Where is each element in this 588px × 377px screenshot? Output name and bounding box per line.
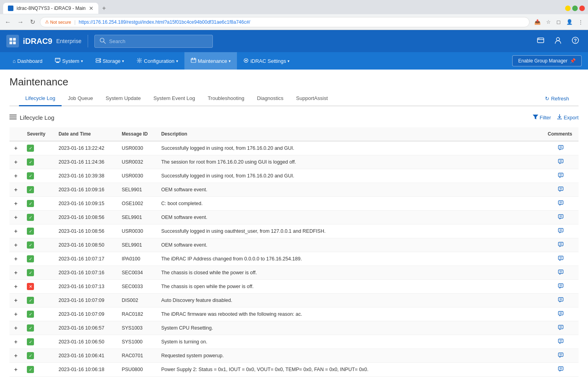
expand-button[interactable]: + — [14, 352, 17, 359]
description-cell: OEM software event. — [156, 211, 543, 224]
expand-button[interactable]: + — [14, 214, 17, 221]
tab-close-button[interactable]: ✕ — [89, 5, 94, 11]
comment-cell[interactable] — [543, 266, 579, 280]
comment-icon[interactable] — [558, 173, 564, 179]
comment-icon[interactable] — [558, 270, 564, 276]
active-tab[interactable]: idrac-8NQ7YS3 - iDRAC9 - Main ✕ — [3, 3, 98, 14]
expand-button[interactable]: + — [14, 200, 17, 207]
comment-icon[interactable] — [558, 201, 564, 207]
severity-ok-icon: ✓ — [27, 172, 34, 179]
search-input[interactable] — [109, 38, 188, 44]
expand-button[interactable]: + — [14, 242, 17, 248]
comment-cell[interactable] — [543, 294, 579, 307]
comment-cell[interactable] — [543, 183, 579, 197]
expand-button[interactable]: + — [14, 339, 17, 345]
tab-supportassist[interactable]: SupportAssist — [290, 91, 334, 106]
comment-cell[interactable] — [543, 238, 579, 252]
forward-button[interactable]: → — [16, 17, 25, 27]
nav-configuration[interactable]: Configuration ▾ — [130, 52, 184, 70]
description-cell: C: boot completed. — [156, 197, 543, 211]
comment-icon[interactable] — [558, 228, 564, 235]
close-button[interactable] — [579, 6, 585, 11]
expand-button[interactable]: + — [14, 311, 17, 317]
expand-button[interactable]: + — [14, 173, 17, 179]
expand-button[interactable]: + — [14, 366, 17, 373]
comment-cell[interactable] — [543, 363, 579, 377]
expand-button[interactable]: + — [14, 228, 17, 234]
page-header: Maintenance Lifecycle Log Job Queue Syst… — [0, 70, 588, 106]
url-bar[interactable]: ⚠ Not secure | https://176.16.254.189/re… — [40, 17, 530, 27]
comment-icon[interactable] — [558, 311, 564, 318]
nav-system[interactable]: System ▾ — [49, 52, 89, 70]
enable-group-manager-button[interactable]: Enable Group Manager 📌 — [512, 55, 582, 66]
extensions-icon[interactable]: 👤 — [565, 17, 574, 26]
tab-lifecycle-log[interactable]: Lifecycle Log — [19, 91, 62, 106]
new-tab-button[interactable]: + — [98, 2, 110, 14]
nav-dashboard[interactable]: ⌂ Dashboard — [6, 52, 49, 70]
user-sessions-icon[interactable] — [534, 34, 547, 49]
comment-icon[interactable] — [558, 145, 564, 152]
comment-icon[interactable] — [558, 325, 564, 332]
svg-rect-40 — [558, 187, 563, 190]
comment-icon[interactable] — [558, 298, 564, 304]
comment-icon[interactable] — [558, 367, 564, 373]
comment-cell[interactable] — [543, 141, 579, 155]
comment-cell[interactable] — [543, 280, 579, 294]
comment-icon[interactable] — [558, 159, 564, 166]
tab-bar: idrac-8NQ7YS3 - iDRAC9 - Main ✕ + — [0, 0, 588, 14]
comment-icon[interactable] — [558, 353, 564, 359]
back-button[interactable]: ← — [3, 17, 13, 27]
bookmark-icon[interactable]: ☆ — [545, 17, 552, 26]
severity-ok-icon: ✓ — [27, 255, 34, 262]
comment-icon[interactable] — [558, 215, 564, 221]
profile-icon[interactable]: ◻ — [555, 17, 562, 26]
tab-system-update[interactable]: System Update — [100, 91, 147, 106]
comment-cell[interactable] — [543, 197, 579, 211]
comment-icon[interactable] — [558, 284, 564, 290]
user-icon[interactable] — [552, 34, 564, 49]
minimize-button[interactable] — [565, 6, 571, 11]
comment-cell[interactable] — [543, 155, 579, 169]
expand-button[interactable]: + — [14, 270, 17, 276]
pin-icon: 📌 — [570, 58, 576, 64]
tab-diagnostics[interactable]: Diagnostics — [251, 91, 290, 106]
cast-icon[interactable]: 📤 — [533, 17, 542, 26]
maximize-button[interactable] — [572, 6, 578, 11]
expand-button[interactable]: + — [14, 325, 17, 331]
filter-button[interactable]: Filter — [533, 113, 551, 122]
menu-icon[interactable]: ⋮ — [577, 17, 585, 26]
expand-button[interactable]: + — [14, 256, 17, 262]
nav-storage[interactable]: Storage ▾ — [89, 52, 131, 70]
search-box[interactable] — [94, 35, 213, 48]
nav-idrac-settings[interactable]: iDRAC Settings ▾ — [237, 52, 296, 70]
comment-icon[interactable] — [558, 256, 564, 262]
reload-button[interactable]: ↻ — [28, 17, 37, 27]
expand-button[interactable]: + — [14, 297, 17, 303]
comment-cell[interactable] — [543, 211, 579, 224]
refresh-button[interactable]: ↻ Refresh — [545, 92, 569, 105]
comment-cell[interactable] — [543, 224, 579, 238]
maintenance-chevron-icon: ▾ — [229, 59, 231, 63]
address-actions: 📤 ☆ ◻ 👤 ⋮ — [533, 17, 585, 26]
tab-troubleshooting[interactable]: Troubleshooting — [201, 91, 251, 106]
comment-cell[interactable] — [543, 321, 579, 335]
nav-maintenance[interactable]: Maintenance ▾ — [184, 52, 237, 70]
comment-cell[interactable] — [543, 252, 579, 266]
expand-button[interactable]: + — [14, 283, 17, 290]
expand-button[interactable]: + — [14, 159, 17, 165]
comment-icon[interactable] — [558, 242, 564, 249]
comment-cell[interactable] — [543, 335, 579, 349]
comment-icon[interactable] — [558, 339, 564, 345]
help-icon[interactable]: ? — [569, 34, 582, 49]
comment-cell[interactable] — [543, 307, 579, 321]
tab-system-event-log[interactable]: System Event Log — [147, 91, 201, 106]
comment-cell[interactable] — [543, 349, 579, 363]
tab-job-queue[interactable]: Job Queue — [62, 91, 100, 106]
severity-ok-icon: ✓ — [27, 158, 34, 166]
expand-button[interactable]: + — [14, 187, 17, 193]
expand-button[interactable]: + — [14, 145, 17, 151]
comment-cell[interactable] — [543, 169, 579, 183]
description-cell: System is turning on. — [156, 335, 543, 349]
export-button[interactable]: Export — [557, 113, 579, 123]
comment-icon[interactable] — [558, 187, 564, 193]
